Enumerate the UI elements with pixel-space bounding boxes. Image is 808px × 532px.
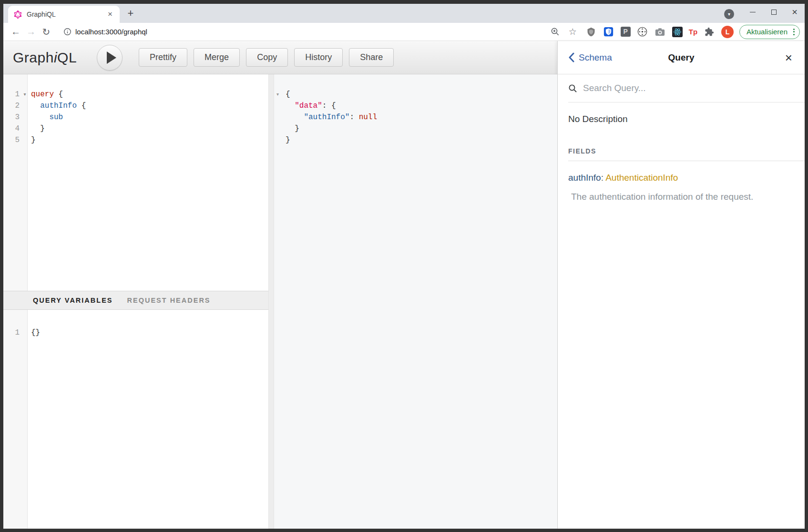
code-line: } [274, 134, 557, 146]
code-text: {} [30, 327, 40, 338]
extensions-area: P [585, 26, 734, 38]
update-browser-label: Aktualisieren [747, 28, 788, 36]
query-editor[interactable]: 1▾query {2 authInfo {3 sub4 }5} [3, 74, 268, 291]
code-line: 4 } [3, 123, 268, 134]
code-text: } [30, 134, 36, 146]
update-browser-button[interactable]: Aktualisieren [739, 25, 800, 39]
chevron-left-icon [568, 52, 574, 62]
move-tool-extension-icon[interactable] [637, 26, 648, 38]
code-line: 1▾query { [3, 89, 268, 100]
code-line: "authInfo": null [274, 112, 557, 123]
tab-query-variables[interactable]: QUERY VARIABLES [33, 297, 113, 304]
browser-chrome: GraphiQL × + ▾ × ← → ↻ localh [3, 4, 805, 529]
tab-request-headers[interactable]: REQUEST HEADERS [127, 297, 211, 304]
execute-query-button[interactable] [97, 45, 123, 71]
browser-toolbar: ← → ↻ localhost:3000/graphql [3, 23, 805, 41]
line-number: 1 [3, 327, 20, 338]
code-line: { [274, 89, 557, 100]
graphiql-app: GraphiQL Prettify Merge Copy History Sha… [3, 41, 805, 529]
doc-explorer-header: Schema Query × [558, 41, 805, 74]
fields-category-title: FIELDS [568, 147, 805, 161]
code-text: query { [30, 89, 63, 100]
doc-search-input[interactable] [582, 82, 771, 94]
p-extension-icon[interactable]: P [621, 27, 631, 37]
code-line: 3 sub [3, 112, 268, 123]
bitwarden-extension-icon[interactable] [603, 26, 614, 38]
history-button[interactable]: History [294, 48, 343, 67]
bookmark-star-icon[interactable]: ☆ [569, 26, 577, 37]
field-name-link[interactable]: authInfo [568, 173, 601, 183]
code-text: } [274, 134, 290, 146]
fold-gutter [20, 100, 30, 112]
code-text: } [274, 123, 299, 134]
profile-avatar[interactable]: L [721, 26, 734, 38]
window-minimize-button[interactable] [746, 5, 760, 19]
fold-gutter [20, 327, 30, 338]
tab-strip: GraphiQL × + ▾ × [3, 4, 805, 23]
browser-tab-graphiql[interactable]: GraphiQL × [8, 6, 120, 23]
back-icon[interactable]: ← [8, 26, 23, 37]
line-number: 4 [3, 123, 20, 134]
ublock-extension-icon[interactable] [585, 26, 597, 38]
type-name-link[interactable]: AuthenticationInfo [605, 173, 678, 183]
query-variables-editor[interactable]: 1{} [3, 310, 268, 529]
line-number: 3 [3, 112, 20, 123]
copy-button[interactable]: Copy [246, 48, 288, 67]
tab-title: GraphiQL [27, 10, 105, 18]
code-line: "data": { [274, 100, 557, 112]
search-icon [568, 84, 577, 93]
code-line: 1{} [3, 327, 268, 338]
address-bar[interactable]: localhost:3000/graphql ☆ [57, 25, 582, 39]
page-info-icon[interactable] [63, 28, 72, 36]
tp-extension-icon[interactable]: Tp [689, 28, 697, 36]
fold-gutter [20, 123, 30, 134]
code-line: 5} [3, 134, 268, 146]
code-line: } [274, 123, 557, 134]
prettify-button[interactable]: Prettify [139, 48, 187, 67]
reload-icon[interactable]: ↻ [39, 26, 54, 38]
code-text: "authInfo": null [274, 112, 377, 123]
result-viewer[interactable]: ▾ { "data": { "authInfo": null }} [274, 74, 557, 529]
fold-icon[interactable]: ▾ [20, 89, 30, 100]
browser-menu-kebab-icon[interactable] [791, 29, 797, 35]
fold-gutter [20, 112, 30, 123]
doc-explorer-content: No Description FIELDS authInfo: Authenti… [558, 102, 805, 202]
react-devtools-extension-icon[interactable] [672, 27, 683, 37]
screenshot-camera-extension-icon[interactable] [655, 26, 666, 38]
zoom-level-icon[interactable] [550, 26, 561, 38]
window-close-button[interactable]: × [788, 5, 802, 19]
url-text[interactable]: localhost:3000/graphql [75, 28, 550, 36]
tab-search-icon[interactable]: ▾ [724, 9, 734, 19]
fold-gutter [20, 134, 30, 146]
type-description: No Description [568, 114, 794, 124]
pane-resize-handle[interactable] [268, 74, 274, 529]
extensions-puzzle-icon[interactable] [704, 26, 715, 38]
doc-back-label: Schema [579, 52, 612, 63]
doc-back-link[interactable]: Schema [568, 52, 612, 63]
play-icon [107, 51, 116, 64]
code-text: } [30, 123, 45, 134]
code-text: sub [30, 112, 63, 123]
forward-icon[interactable]: → [23, 26, 39, 37]
field-item: authInfo: AuthenticationInfo [568, 173, 794, 183]
graphiql-logo: GraphiQL [13, 50, 77, 66]
code-line: 2 authInfo { [3, 100, 268, 112]
code-text: { [274, 89, 290, 100]
doc-close-icon[interactable]: × [785, 51, 792, 64]
window-maximize-button[interactable] [767, 5, 781, 19]
graphiql-topbar: GraphiQL Prettify Merge Copy History Sha… [3, 41, 557, 74]
code-text: "data": { [274, 100, 336, 112]
share-button[interactable]: Share [349, 48, 394, 67]
browser-window: GraphiQL × + ▾ × ← → ↻ localh [0, 0, 808, 532]
field-description: The authentication information of the re… [568, 192, 794, 202]
new-tab-button[interactable]: + [123, 7, 138, 21]
secondary-editor-tabs: QUERY VARIABLES REQUEST HEADERS [3, 291, 268, 310]
line-number: 1 [3, 89, 20, 100]
tab-close-icon[interactable]: × [105, 10, 115, 19]
line-number: 5 [3, 134, 20, 146]
doc-explorer: Schema Query × No Description FIELDS [557, 41, 805, 529]
merge-button[interactable]: Merge [194, 48, 240, 67]
line-number: 2 [3, 100, 20, 112]
code-text: authInfo { [30, 100, 86, 112]
doc-search-row [568, 74, 805, 102]
